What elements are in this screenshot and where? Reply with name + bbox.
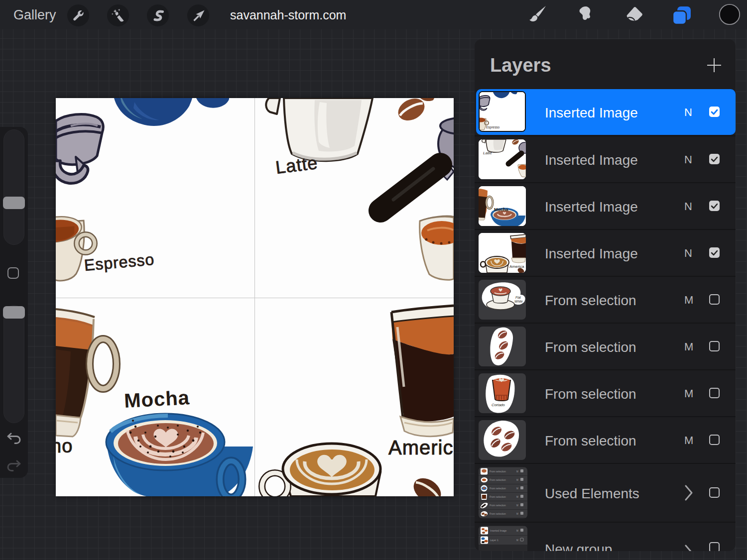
svg-text:Espresso: Espresso [83,250,155,274]
svg-text:From selection: From selection [490,478,506,481]
svg-text:Latte: Latte [274,152,319,178]
svg-text:M: M [516,496,518,498]
svg-text:From selection: From selection [490,512,506,515]
svg-text:America: America [509,264,524,269]
svg-text:M: M [516,513,518,515]
svg-text:M: M [516,470,518,473]
svg-text:M: M [516,530,518,532]
svg-text:America: America [388,437,454,458]
svg-text:Layer 1: Layer 1 [490,539,498,542]
svg-text:From selection: From selection [490,487,506,490]
svg-text:Mocha: Mocha [124,386,190,412]
svg-text:Mocha: Mocha [494,207,508,212]
svg-text:From selection: From selection [490,504,506,507]
svg-text:M: M [516,487,518,490]
svg-text:Espresso: Espresso [486,125,499,129]
svg-text:From selection: From selection [490,495,506,498]
svg-text:Latte: Latte [483,151,492,155]
svg-text:o: o [479,213,481,217]
svg-text:From selection: From selection [490,470,506,473]
svg-text:M: M [516,479,518,481]
svg-text:Flat: Flat [515,296,521,299]
svg-text:M: M [516,504,518,507]
svg-text:Cortado: Cortado [492,403,505,407]
svg-text:M: M [516,539,518,542]
svg-text:no: no [56,436,73,456]
svg-text:Inserted Image: Inserted Image [490,529,507,532]
svg-text:White: White [514,300,523,303]
